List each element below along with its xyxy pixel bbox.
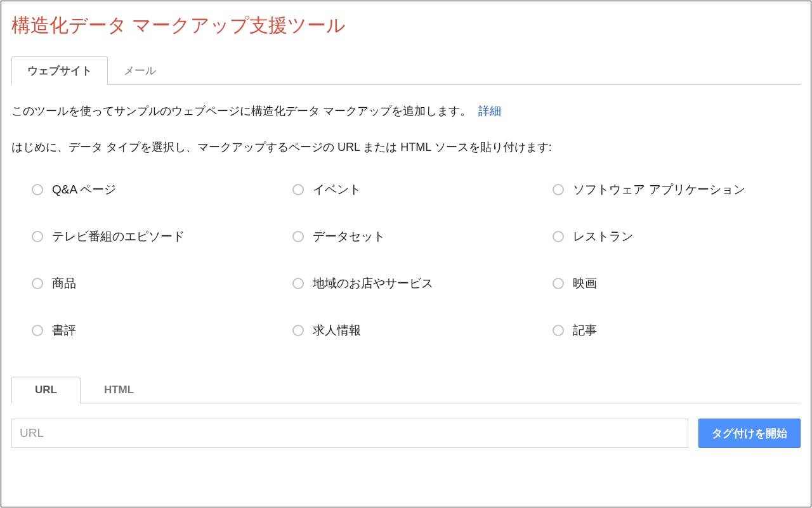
tab-website[interactable]: ウェブサイト — [11, 56, 108, 85]
radio-icon — [32, 184, 43, 195]
start-tagging-button[interactable]: タグ付けを開始 — [698, 419, 801, 448]
radio-dataset[interactable]: データセット — [292, 228, 540, 245]
radio-product[interactable]: 商品 — [32, 275, 280, 292]
radio-event[interactable]: イベント — [292, 181, 540, 198]
radio-icon — [32, 278, 43, 289]
radio-label: 書評 — [52, 322, 76, 339]
radio-icon — [553, 184, 564, 195]
radio-label: イベント — [313, 181, 361, 198]
radio-qa-page[interactable]: Q&A ページ — [32, 181, 280, 198]
radio-icon — [292, 184, 304, 195]
app-container: 構造化データ マークアップ支援ツール ウェブサイト メール このツールを使ってサ… — [1, 1, 811, 507]
tab-email-label: メール — [124, 65, 156, 77]
radio-label: データセット — [313, 228, 385, 245]
page-title: 構造化データ マークアップ支援ツール — [11, 13, 801, 39]
input-tab-html[interactable]: HTML — [81, 377, 157, 403]
radio-icon — [32, 325, 43, 336]
intro-text: このツールを使ってサンプルのウェブページに構造化データ マークアップを追加します… — [11, 105, 471, 117]
radio-software-application[interactable]: ソフトウェア アプリケーション — [553, 181, 801, 198]
input-source-tabs: URL HTML — [11, 377, 801, 403]
radio-label: テレビ番組のエピソード — [52, 228, 185, 245]
radio-label: 映画 — [573, 275, 597, 292]
url-input[interactable] — [11, 419, 688, 448]
radio-movie[interactable]: 映画 — [553, 275, 801, 292]
radio-label: 地域のお店やサービス — [313, 275, 433, 292]
radio-label: 記事 — [573, 322, 597, 339]
data-type-options: Q&A ページ イベント ソフトウェア アプリケーション テレビ番組のエピソード… — [11, 181, 801, 339]
radio-article[interactable]: 記事 — [553, 322, 801, 339]
radio-label: 商品 — [52, 275, 76, 292]
input-tab-url-label: URL — [35, 384, 57, 396]
radio-label: ソフトウェア アプリケーション — [573, 181, 745, 198]
tab-website-label: ウェブサイト — [27, 65, 92, 77]
input-row: タグ付けを開始 — [11, 419, 801, 448]
radio-label: Q&A ページ — [52, 181, 116, 198]
radio-book-review[interactable]: 書評 — [32, 322, 280, 339]
tab-email[interactable]: メール — [108, 56, 172, 84]
radio-tv-episode[interactable]: テレビ番組のエピソード — [32, 228, 280, 245]
content-type-tabs: ウェブサイト メール — [11, 56, 801, 85]
radio-icon — [292, 231, 304, 242]
input-tab-html-label: HTML — [104, 384, 134, 396]
radio-icon — [553, 278, 564, 289]
input-tab-url[interactable]: URL — [11, 377, 81, 403]
radio-icon — [553, 231, 564, 242]
radio-icon — [292, 278, 304, 289]
details-link[interactable]: 詳細 — [478, 105, 501, 117]
radio-icon — [292, 325, 304, 336]
radio-restaurant[interactable]: レストラン — [553, 228, 801, 245]
radio-icon — [32, 231, 43, 242]
radio-icon — [553, 325, 564, 336]
radio-local-business[interactable]: 地域のお店やサービス — [292, 275, 540, 292]
radio-label: 求人情報 — [313, 322, 361, 339]
intro-paragraph: このツールを使ってサンプルのウェブページに構造化データ マークアップを追加します… — [11, 103, 801, 120]
radio-job-posting[interactable]: 求人情報 — [292, 322, 540, 339]
instruction-text: はじめに、データ タイプを選択し、マークアップするページの URL または HT… — [11, 139, 801, 156]
radio-label: レストラン — [573, 228, 633, 245]
